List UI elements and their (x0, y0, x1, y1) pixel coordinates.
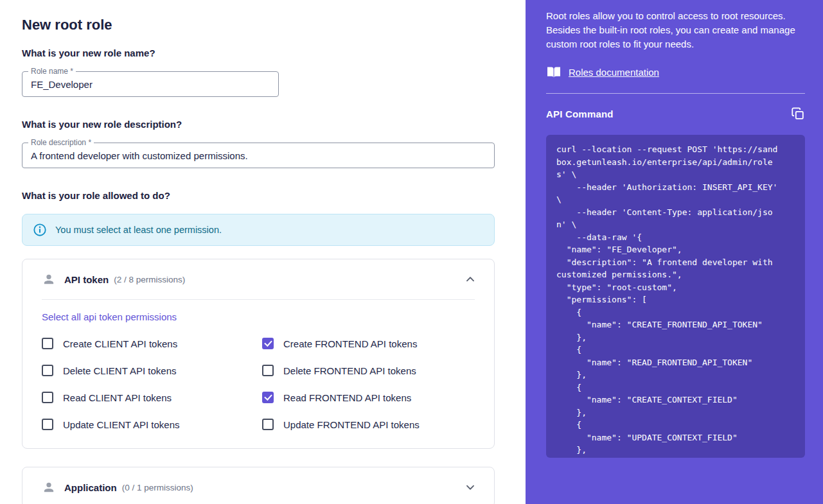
checkbox[interactable] (42, 365, 53, 376)
checkbox-label: Create CLIENT API tokens (63, 338, 177, 349)
permission-item: Read FRONTEND API tokens (262, 392, 475, 403)
checkbox-label: Delete CLIENT API tokens (63, 365, 176, 376)
page-title: New root role (22, 17, 495, 33)
accordion-title: Application (64, 482, 117, 493)
select-all-link[interactable]: Select all api token permissions (42, 311, 177, 322)
role-description-input[interactable] (31, 150, 486, 161)
checkbox[interactable] (262, 419, 274, 430)
checkbox[interactable] (262, 392, 274, 403)
accordion-api-token-header[interactable]: API token (2 / 8 permissions) (22, 259, 494, 299)
permission-item: Create CLIENT API tokens (42, 338, 262, 349)
copy-icon (791, 107, 805, 121)
permission-item: Read CLIENT API tokens (42, 392, 262, 403)
api-command-codeblock[interactable]: curl --location --request POST 'https://… (546, 135, 805, 458)
checkbox-label: Delete FRONTEND API tokens (283, 365, 416, 376)
role-description-label: Role description * (28, 138, 94, 147)
accordion-api-token-body: Select all api token permissions Create … (22, 299, 494, 448)
permission-item: Update FRONTEND API tokens (262, 419, 475, 430)
sidebar-intro: Root roles allow you to control access t… (546, 9, 805, 51)
permission-item: Delete CLIENT API tokens (42, 365, 262, 376)
role-description-question: What is your new role description? (22, 119, 495, 130)
accordion-title: API token (64, 274, 109, 285)
info-icon (33, 223, 47, 237)
copy-button[interactable] (791, 107, 805, 121)
permissions-alert: You must select at least one permission. (22, 214, 495, 246)
accordion-application-header[interactable]: Application (0 / 1 permissions) (22, 467, 494, 504)
accordion-application: Application (0 / 1 permissions) (22, 467, 495, 504)
checkbox-label: Update CLIENT API tokens (63, 419, 180, 430)
alert-text: You must select at least one permission. (55, 225, 222, 235)
sidebar-divider (546, 93, 805, 94)
role-name-label: Role name * (28, 67, 76, 76)
api-command-code: curl --location --request POST 'https://… (556, 143, 795, 456)
accordion-count: (2 / 8 permissions) (114, 275, 185, 284)
permissions-question: What is your role allowed to do? (22, 190, 495, 201)
role-description-field: Role description * (22, 143, 495, 168)
new-root-role-form: New root role What is your new role name… (0, 0, 526, 504)
checkbox[interactable] (262, 365, 274, 376)
api-command-title: API Command (546, 109, 614, 119)
checkbox-label: Read CLIENT API tokens (63, 392, 172, 403)
accordion-count: (0 / 1 permissions) (122, 483, 193, 492)
divider (42, 299, 475, 300)
role-name-input[interactable] (31, 79, 270, 90)
permission-item: Create FRONTEND API tokens (262, 338, 475, 349)
role-name-field: Role name * (22, 71, 279, 97)
chevron-up-icon[interactable] (463, 272, 477, 286)
permission-item: Update CLIENT API tokens (42, 419, 262, 430)
checkbox-label: Update FRONTEND API tokens (283, 419, 420, 430)
checkbox[interactable] (42, 338, 53, 349)
roles-documentation-link[interactable]: Roles documentation (569, 67, 659, 78)
chevron-down-icon[interactable] (463, 480, 477, 494)
permission-grid: Create CLIENT API tokens Create FRONTEND… (42, 338, 475, 430)
user-icon (42, 480, 56, 494)
checkbox[interactable] (262, 338, 274, 349)
docs-row: Roles documentation (546, 65, 805, 79)
checkbox[interactable] (42, 392, 53, 403)
role-name-question: What is your new role name? (22, 48, 495, 58)
accordion-api-token: API token (2 / 8 permissions) Select all… (22, 259, 495, 449)
checkbox[interactable] (42, 419, 53, 430)
checkbox-label: Read FRONTEND API tokens (283, 392, 411, 403)
sidebar: Root roles allow you to control access t… (526, 0, 823, 504)
book-icon (546, 65, 562, 79)
permission-item: Delete FRONTEND API tokens (262, 365, 475, 376)
checkbox-label: Create FRONTEND API tokens (283, 338, 417, 349)
user-icon (42, 272, 56, 286)
api-command-row: API Command (546, 107, 805, 121)
